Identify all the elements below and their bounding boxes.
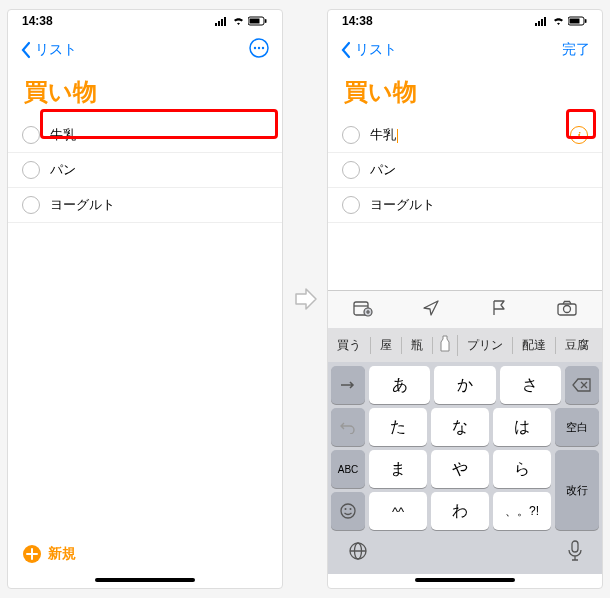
checkbox-icon[interactable]: [342, 126, 360, 144]
key[interactable]: さ: [500, 366, 561, 404]
phone-left: 14:38 リスト 買い物 牛乳 パン ヨーグルト 新規: [7, 9, 283, 589]
list-item[interactable]: ヨーグルト: [328, 188, 602, 223]
nav-bar: リスト 完了: [328, 32, 602, 68]
svg-rect-2: [221, 19, 223, 26]
home-indicator[interactable]: [95, 578, 195, 582]
key[interactable]: 、。?!: [493, 492, 551, 530]
key[interactable]: ^^: [369, 492, 427, 530]
svg-point-26: [350, 508, 352, 510]
svg-point-25: [345, 508, 347, 510]
key[interactable]: な: [431, 408, 489, 446]
key-arrow[interactable]: [331, 366, 365, 404]
svg-rect-1: [218, 21, 220, 26]
svg-point-23: [564, 305, 571, 312]
svg-rect-15: [544, 17, 546, 26]
svg-rect-3: [224, 17, 226, 26]
phone-right: 14:38 リスト 完了 買い物 牛乳 i パン ヨーグルト: [327, 9, 603, 589]
svg-point-10: [262, 47, 264, 49]
spacer: [328, 223, 602, 290]
flag-icon[interactable]: [490, 299, 508, 321]
suggestion[interactable]: 豆腐: [556, 337, 598, 354]
text-cursor: [397, 129, 398, 143]
checkbox-icon[interactable]: [342, 196, 360, 214]
key[interactable]: わ: [431, 492, 489, 530]
svg-rect-5: [250, 19, 260, 24]
back-button[interactable]: リスト: [20, 41, 77, 59]
suggestion[interactable]: 瓶: [402, 337, 433, 354]
suggestion[interactable]: [433, 335, 458, 356]
status-time: 14:38: [22, 14, 53, 28]
svg-point-8: [254, 47, 256, 49]
list-item[interactable]: 牛乳 i: [328, 118, 602, 153]
status-bar: 14:38: [8, 10, 282, 32]
suggestion[interactable]: 配達: [513, 337, 556, 354]
back-button[interactable]: リスト: [340, 41, 397, 59]
keyboard: あ か さ た な は 空白 ABC ま や ら 改行 ^: [328, 362, 602, 574]
toolbar: [328, 290, 602, 328]
key[interactable]: ら: [493, 450, 551, 488]
status-icons: [535, 16, 588, 26]
location-icon[interactable]: [422, 299, 440, 321]
info-icon[interactable]: i: [570, 126, 588, 144]
more-icon: [248, 37, 270, 59]
list-item[interactable]: パン: [328, 153, 602, 188]
nav-bar: リスト: [8, 32, 282, 68]
item-text: 牛乳: [370, 126, 560, 144]
svg-rect-12: [535, 23, 537, 26]
mic-icon[interactable]: [567, 540, 583, 566]
add-new-button[interactable]: 新規: [8, 534, 282, 574]
key-undo[interactable]: [331, 408, 365, 446]
key[interactable]: か: [434, 366, 495, 404]
add-new-label: 新規: [48, 545, 76, 563]
list-item[interactable]: パン: [8, 153, 282, 188]
item-text: パン: [50, 161, 268, 179]
key[interactable]: あ: [369, 366, 430, 404]
items-list: 牛乳 i パン ヨーグルト: [328, 118, 602, 223]
svg-rect-14: [541, 19, 543, 26]
item-text: ヨーグルト: [50, 196, 268, 214]
checkbox-icon[interactable]: [342, 161, 360, 179]
key-delete[interactable]: [565, 366, 599, 404]
checkbox-icon[interactable]: [22, 161, 40, 179]
svg-rect-13: [538, 21, 540, 26]
list-title: 買い物: [328, 68, 602, 118]
camera-icon[interactable]: [557, 300, 577, 320]
item-text: ヨーグルト: [370, 196, 588, 214]
arrow-between: [291, 285, 319, 313]
suggestion[interactable]: 屋: [371, 337, 402, 354]
globe-icon[interactable]: [347, 540, 369, 566]
key-space[interactable]: 空白: [555, 408, 599, 446]
svg-point-9: [258, 47, 260, 49]
status-icons: [215, 16, 268, 26]
key[interactable]: た: [369, 408, 427, 446]
chevron-left-icon: [20, 41, 31, 59]
list-item[interactable]: ヨーグルト: [8, 188, 282, 223]
key[interactable]: や: [431, 450, 489, 488]
calendar-add-icon[interactable]: [353, 299, 373, 321]
arrow-right-icon: [292, 286, 318, 312]
svg-rect-0: [215, 23, 217, 26]
plus-circle-icon: [22, 544, 42, 564]
done-button[interactable]: 完了: [562, 41, 590, 59]
suggestion-bar: 買う 屋 瓶 プリン 配達 豆腐: [328, 328, 602, 362]
home-indicator[interactable]: [415, 578, 515, 582]
svg-rect-6: [265, 19, 267, 23]
list-item[interactable]: 牛乳: [8, 118, 282, 153]
key-emoji[interactable]: [331, 492, 365, 530]
chevron-left-icon: [340, 41, 351, 59]
svg-rect-17: [570, 19, 580, 24]
svg-point-24: [341, 504, 355, 518]
key[interactable]: は: [493, 408, 551, 446]
more-button[interactable]: [248, 37, 270, 63]
checkbox-icon[interactable]: [22, 196, 40, 214]
back-label: リスト: [35, 41, 77, 59]
emoji-icon: [339, 502, 357, 520]
key-abc[interactable]: ABC: [331, 450, 365, 488]
bottle-icon: [439, 335, 451, 353]
suggestion[interactable]: 買う: [328, 337, 371, 354]
suggestion[interactable]: プリン: [458, 337, 513, 354]
item-text: パン: [370, 161, 588, 179]
items-list: 牛乳 パン ヨーグルト: [8, 118, 282, 534]
key[interactable]: ま: [369, 450, 427, 488]
checkbox-icon[interactable]: [22, 126, 40, 144]
